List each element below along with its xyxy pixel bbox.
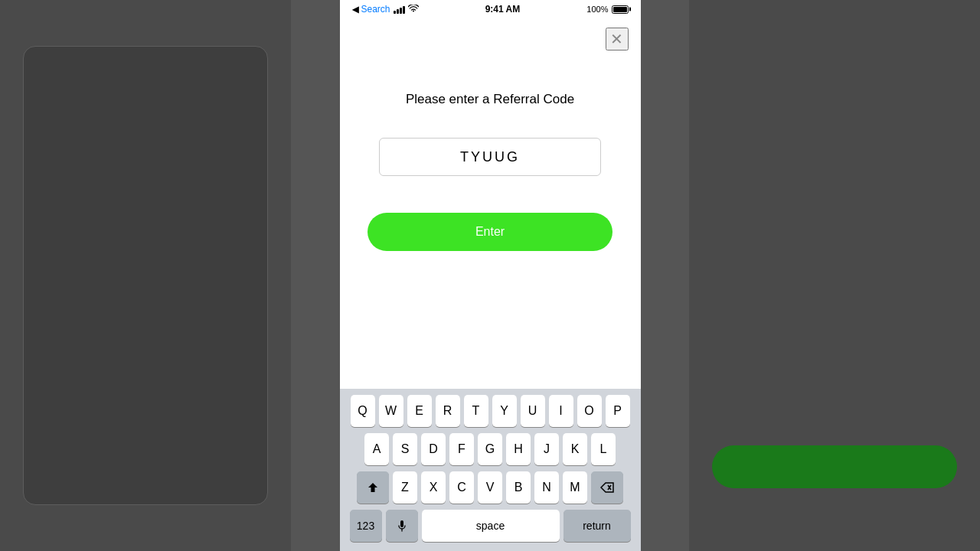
key-b[interactable]: B <box>506 471 531 504</box>
key-a[interactable]: A <box>364 433 389 465</box>
battery-percent-label: 100% <box>586 5 608 14</box>
key-f[interactable]: F <box>449 433 474 465</box>
referral-code-input[interactable] <box>379 138 601 176</box>
keyboard-row-2: A S D F G H J K L <box>343 433 638 465</box>
key-p[interactable]: P <box>606 395 630 427</box>
key-r[interactable]: R <box>436 395 460 427</box>
return-key[interactable]: return <box>564 510 631 542</box>
keyboard-row-1: Q W E R T Y U I O P <box>343 395 638 427</box>
key-s[interactable]: S <box>393 433 417 465</box>
key-n[interactable]: N <box>534 471 559 504</box>
key-w[interactable]: W <box>379 395 403 427</box>
background-right <box>689 0 980 551</box>
battery-icon <box>612 5 629 14</box>
key-h[interactable]: H <box>506 433 531 465</box>
status-right: 100% <box>586 5 628 14</box>
key-v[interactable]: V <box>478 471 502 504</box>
enter-button[interactable]: Enter <box>368 213 612 251</box>
key-i[interactable]: I <box>549 395 573 427</box>
keyboard-row-3: Z X C V B N M <box>343 471 638 504</box>
referral-title: Please enter a Referral Code <box>406 92 574 107</box>
key-x[interactable]: X <box>421 471 446 504</box>
status-bar: ◀ Search <box>340 0 641 18</box>
signal-icon <box>394 5 405 14</box>
background-green-area <box>689 444 980 490</box>
phone-frame: ◀ Search <box>340 0 641 551</box>
wifi-icon <box>408 5 419 15</box>
modal-content: ✕ Please enter a Referral Code Enter <box>340 18 641 389</box>
delete-key[interactable] <box>591 471 623 504</box>
referral-input-wrapper <box>379 138 601 176</box>
key-z[interactable]: Z <box>393 471 417 504</box>
microphone-key[interactable] <box>386 510 418 542</box>
screenshot-bg: ◀ Search <box>0 0 980 551</box>
key-q[interactable]: Q <box>351 395 375 427</box>
key-y[interactable]: Y <box>492 395 517 427</box>
key-t[interactable]: T <box>464 395 488 427</box>
key-o[interactable]: O <box>577 395 602 427</box>
key-k[interactable]: K <box>563 433 587 465</box>
status-left: ◀ Search <box>352 4 419 15</box>
key-j[interactable]: J <box>534 433 559 465</box>
shift-key[interactable] <box>357 471 389 504</box>
key-e[interactable]: E <box>407 395 432 427</box>
key-u[interactable]: U <box>521 395 545 427</box>
back-arrow-icon: ◀ <box>352 5 358 15</box>
keyboard: Q W E R T Y U I O P A S D F G H J K <box>340 389 641 551</box>
background-green-pill <box>712 445 957 488</box>
key-g[interactable]: G <box>478 433 502 465</box>
back-search-label[interactable]: Search <box>361 4 390 15</box>
key-c[interactable]: C <box>449 471 474 504</box>
key-l[interactable]: L <box>591 433 616 465</box>
background-left-inner <box>23 46 268 505</box>
status-time: 9:41 AM <box>485 4 521 15</box>
space-key[interactable]: space <box>422 510 560 542</box>
key-d[interactable]: D <box>421 433 446 465</box>
background-left <box>0 0 291 551</box>
svg-rect-2 <box>400 520 403 527</box>
close-button[interactable]: ✕ <box>606 28 629 51</box>
key-m[interactable]: M <box>563 471 587 504</box>
numbers-key[interactable]: 123 <box>350 510 382 542</box>
keyboard-row-bottom: 123 space return <box>343 510 638 542</box>
